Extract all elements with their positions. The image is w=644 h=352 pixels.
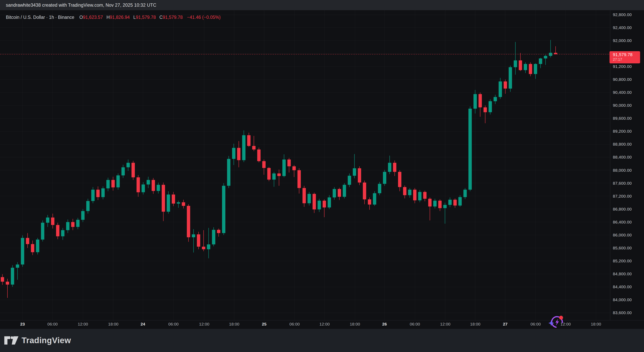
candle-body[interactable]: [408, 190, 411, 195]
candle-body[interactable]: [172, 195, 175, 204]
candle-body[interactable]: [96, 190, 100, 197]
candle-body[interactable]: [298, 170, 301, 188]
candle-body[interactable]: [363, 183, 366, 199]
candle-body[interactable]: [142, 185, 145, 192]
candle-body[interactable]: [152, 180, 155, 191]
candle-body[interactable]: [1, 277, 4, 282]
candle-body[interactable]: [539, 59, 542, 64]
price-axis[interactable]: 91,579.78 27:17 92,800.0092,400.0092,000…: [610, 10, 644, 320]
candle-body[interactable]: [428, 199, 432, 207]
candle-body[interactable]: [398, 172, 401, 187]
candle-body[interactable]: [338, 189, 341, 197]
candle-body[interactable]: [478, 94, 482, 107]
candle-body[interactable]: [162, 185, 165, 212]
candle-body[interactable]: [448, 200, 452, 205]
candle-body[interactable]: [41, 223, 44, 240]
candle-body[interactable]: [393, 163, 396, 172]
candle-body[interactable]: [529, 64, 532, 74]
candle-body[interactable]: [328, 197, 331, 207]
candle-body[interactable]: [66, 222, 70, 230]
candle-body[interactable]: [368, 199, 371, 205]
candle-body[interactable]: [484, 107, 487, 112]
candle-body[interactable]: [267, 168, 271, 180]
candle-body[interactable]: [51, 218, 54, 225]
candle-body[interactable]: [36, 240, 40, 252]
candle-body[interactable]: [106, 180, 110, 188]
candle-body[interactable]: [6, 282, 9, 285]
chart-canvas[interactable]: Bitcoin / U.S. Dollar · 1h · Binance O91…: [0, 10, 610, 320]
candle-body[interactable]: [504, 81, 507, 88]
candle-body[interactable]: [312, 194, 316, 209]
time-axis[interactable]: 2306:0012:0018:002406:0012:0018:002506:0…: [0, 320, 644, 329]
candle-body[interactable]: [207, 245, 210, 249]
candle-body[interactable]: [167, 195, 170, 212]
candle-body[interactable]: [182, 202, 185, 206]
candle-body[interactable]: [443, 205, 447, 208]
candle-body[interactable]: [498, 81, 502, 97]
candle-body[interactable]: [272, 173, 276, 180]
candle-body[interactable]: [358, 168, 361, 183]
candle-body[interactable]: [46, 218, 50, 223]
candle-body[interactable]: [488, 101, 492, 112]
candle-body[interactable]: [403, 187, 406, 195]
candle-body[interactable]: [202, 247, 205, 249]
tradingview-logo-icon[interactable]: [4, 336, 18, 344]
candle-body[interactable]: [277, 173, 281, 176]
candle-body[interactable]: [288, 159, 291, 166]
candle-body[interactable]: [26, 238, 29, 244]
candle-body[interactable]: [242, 135, 246, 160]
candle-body[interactable]: [86, 201, 90, 211]
candle-body[interactable]: [318, 201, 321, 210]
candle-body[interactable]: [262, 161, 266, 168]
candle-body[interactable]: [177, 202, 180, 204]
candle-body[interactable]: [61, 230, 64, 236]
candle-body[interactable]: [378, 184, 381, 193]
candle-body[interactable]: [373, 193, 376, 205]
candle-body[interactable]: [101, 188, 105, 197]
candle-body[interactable]: [292, 166, 296, 170]
candle-body[interactable]: [21, 238, 24, 264]
candle-body[interactable]: [423, 192, 426, 199]
candle-body[interactable]: [494, 97, 497, 101]
candle-body[interactable]: [187, 206, 190, 237]
candle-body[interactable]: [247, 135, 250, 146]
candle-body[interactable]: [237, 148, 240, 160]
candle-body[interactable]: [509, 67, 512, 89]
candle-body[interactable]: [111, 180, 115, 187]
candle-body[interactable]: [252, 146, 256, 149]
candle-body[interactable]: [524, 64, 527, 70]
candle-body[interactable]: [197, 234, 200, 247]
candle-body[interactable]: [468, 109, 472, 190]
candle-body[interactable]: [16, 264, 19, 268]
candle-body[interactable]: [91, 190, 95, 201]
candle-body[interactable]: [433, 201, 437, 207]
candle-body[interactable]: [31, 244, 34, 252]
candle-body[interactable]: [212, 230, 216, 244]
candle-body[interactable]: [56, 225, 60, 236]
candle-body[interactable]: [308, 194, 311, 203]
candle-body[interactable]: [76, 220, 80, 227]
candle-body[interactable]: [353, 168, 356, 176]
candle-body[interactable]: [383, 172, 386, 184]
candle-body[interactable]: [232, 148, 236, 159]
candle-body[interactable]: [464, 190, 467, 197]
candle-body[interactable]: [217, 230, 220, 233]
candle-body[interactable]: [11, 268, 14, 285]
candle-body[interactable]: [438, 201, 442, 208]
candle-body[interactable]: [122, 167, 125, 175]
candle-body[interactable]: [116, 175, 120, 187]
candle-body[interactable]: [126, 163, 130, 167]
candle-body[interactable]: [458, 197, 462, 206]
candle-body[interactable]: [534, 64, 537, 74]
candle-body[interactable]: [453, 200, 457, 206]
candle-body[interactable]: [132, 163, 135, 177]
candle-body[interactable]: [474, 94, 477, 109]
tradingview-wordmark[interactable]: TradingView: [22, 336, 71, 345]
candlestick-chart[interactable]: [0, 10, 610, 320]
candle-body[interactable]: [554, 53, 558, 54]
candle-body[interactable]: [146, 180, 150, 185]
candle-body[interactable]: [388, 163, 392, 172]
candle-body[interactable]: [227, 159, 230, 186]
candle-body[interactable]: [322, 201, 326, 208]
candle-body[interactable]: [343, 185, 346, 197]
